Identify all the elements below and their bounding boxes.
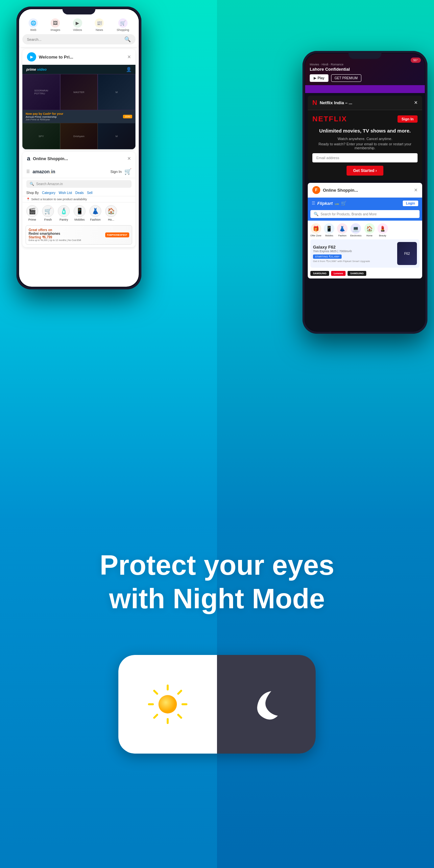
premium-label: GET PREMIUM — [335, 76, 358, 80]
amazon-cat-home[interactable]: 🏠 Ho... — [105, 205, 117, 221]
flipkart-price: STARTING ₹21,499* — [315, 255, 340, 258]
search-bar[interactable]: 🔍 — [22, 34, 135, 44]
amazon-logo: amazon.in — [33, 169, 55, 175]
nav-videos[interactable]: ▶ Videos — [73, 19, 82, 32]
right-phone-notch — [348, 51, 381, 59]
nav-web[interactable]: 🌐 Web — [29, 19, 38, 32]
flipkart-search-placeholder: Search for Products, Brands and More — [320, 212, 377, 216]
left-phone: 🌐 Web 🖼 Images ▶ Videos 📰 News — [17, 7, 142, 289]
flipkart-cat-home[interactable]: 🏠 Home — [364, 223, 375, 237]
videos-icon: ▶ — [73, 19, 82, 28]
flipkart-cat-offerzone[interactable]: 🎁 Offer Zone — [310, 223, 321, 237]
flipkart-search-bar[interactable]: 🔍 Search for Products, Brands and More — [310, 210, 420, 218]
amazon-search-bar[interactable]: 🔍 Search Amazon.in — [26, 180, 131, 188]
lahore-premium-button[interactable]: GET PREMIUM — [331, 74, 361, 82]
amazon-cat-pantry[interactable]: 🧴 Pantry — [58, 205, 70, 221]
flipkart-login-button[interactable]: Login — [403, 200, 418, 206]
amazon-close-button[interactable]: × — [127, 155, 131, 162]
headline-line2: with Night Mode — [109, 583, 325, 614]
amazon-cat-mobiles[interactable]: 📱 Mobiles — [74, 205, 86, 221]
amazon-cat-fashion[interactable]: 👗 Fashion — [89, 205, 101, 221]
amazon-card-title: Online Shoppin... — [33, 156, 68, 161]
nav-news[interactable]: 📰 News — [95, 19, 104, 32]
netflix-get-started-label: Get Started › — [353, 168, 377, 173]
netflix-cta-area: Get Started › — [312, 166, 417, 176]
movie-poster-6: M — [98, 123, 135, 149]
prime-logo-bar: prime video 👤 — [22, 65, 135, 74]
flipkart-cat-mobiles[interactable]: 📱 Mobiles — [324, 223, 334, 237]
flipkart-close-button[interactable]: × — [414, 187, 417, 194]
svg-line-7 — [154, 715, 157, 718]
moon-icon — [248, 686, 284, 722]
flipkart-product-specs: 7nm Exynos 9825 | 7000mAh — [313, 250, 397, 253]
left-phone-notch — [62, 7, 95, 14]
netflix-card-content: NETFLIX Sign In Unlimited movies, TV sho… — [308, 110, 422, 180]
nav-images[interactable]: 🖼 Images — [51, 19, 61, 32]
right-phone-shell: Movies · Hindi · Romance Lahore Confiden… — [303, 51, 427, 334]
play-icon: ▶ — [314, 76, 316, 80]
home-label: Home — [366, 235, 373, 237]
beauty-icon: 💄 — [377, 223, 388, 234]
netflix-get-started-button[interactable]: Get Started › — [346, 166, 383, 176]
netflix-close-button[interactable]: × — [414, 99, 417, 106]
netflix-card-title-area: N Netflix India – ... — [312, 99, 352, 106]
netflix-card-title: Netflix India – ... — [319, 100, 352, 105]
nav-images-label: Images — [51, 28, 61, 32]
amazon-wishlist[interactable]: Wish List — [59, 191, 72, 195]
amazon-banner-text: Great offers on Redmi smartphones Starti… — [29, 228, 102, 242]
netflix-signin-button[interactable]: Sign In — [398, 115, 417, 123]
left-phone-shell: 🌐 Web 🖼 Images ▶ Videos 📰 News — [17, 7, 142, 289]
amazon-location-icon: 📍 — [26, 197, 30, 201]
amazon-cart-icon[interactable]: 🛒 — [124, 168, 131, 175]
flipkart-product-name: Galaxy F62 — [313, 245, 397, 250]
flipkart-logo: Flipkart — [317, 201, 333, 206]
prime-user-icon: 👤 — [126, 67, 131, 72]
offerzone-icon: 🎁 — [311, 223, 321, 234]
pantry-cat-label: Pantry — [60, 218, 68, 221]
prime-play-icon: ▶ — [27, 52, 36, 61]
amazon-sell[interactable]: Sell — [87, 191, 93, 195]
search-area: 🌐 Web 🖼 Images ▶ Videos 📰 News — [19, 9, 139, 47]
right-phone: Movies · Hindi · Romance Lahore Confiden… — [303, 51, 427, 334]
netflix-email-input[interactable]: Email address — [312, 153, 417, 162]
amazon-card-header: a Online Shoppin... × — [22, 152, 135, 165]
flipkart-card-header: F Online Shoppin... × — [308, 183, 422, 197]
beauty-label: Beauty — [379, 235, 386, 237]
amazon-signin[interactable]: Sign In — [111, 169, 122, 174]
nav-icons-bar: 🌐 Web 🖼 Images ▶ Videos 📰 News — [22, 19, 135, 32]
netflix-logo-row: NETFLIX Sign In — [312, 115, 417, 123]
flipkart-cat-fashion[interactable]: 👗 Fashion — [337, 223, 347, 237]
flipkart-card-title-area: F Online Shoppin... — [312, 186, 358, 194]
movie-poster-3: M — [98, 74, 135, 110]
day-mode-icon-box[interactable] — [118, 655, 217, 753]
amazon-cat-prime[interactable]: 🎬 Prime — [26, 205, 38, 221]
flipkart-product-sub: Get it from ₹14,998* with Flipkart Smart… — [313, 260, 397, 263]
news-icon: 📰 — [95, 19, 104, 28]
prime-offer-banner: Now pay by Cash* for your Annual Prime m… — [22, 110, 135, 123]
nav-shopping[interactable]: 🛒 Shopping — [117, 19, 129, 32]
netflix-email-placeholder: Email address — [316, 156, 339, 160]
prime-card-header-left: ▶ Welcome to Pri... — [27, 52, 73, 61]
brand-samsung-2: SAMSUNG — [347, 271, 366, 276]
flipkart-logo-text: Flipkart Lite — [317, 200, 339, 206]
amazon-a-icon: a — [27, 155, 30, 162]
movie-poster-1: SOORARAIPOTTRU — [22, 74, 60, 110]
amazon-deals[interactable]: Deals — [75, 191, 84, 195]
flipkart-brands-row: SAMSUNG Lenovo SAMSUNG — [308, 270, 422, 278]
amazon-category[interactable]: Category — [42, 191, 56, 195]
amazon-cat-fresh[interactable]: 🛒 Fresh — [42, 205, 54, 221]
svg-line-4 — [154, 691, 157, 694]
flipkart-cat-electronics[interactable]: 💻 Electronics — [350, 223, 361, 237]
amazon-search-placeholder: Search Amazon.in — [36, 182, 63, 186]
night-mode-icon-box[interactable] — [217, 655, 316, 753]
nav-shopping-label: Shopping — [117, 28, 129, 32]
amazon-card-header-left: a Online Shoppin... — [27, 155, 68, 162]
prime-close-button[interactable]: × — [127, 54, 131, 61]
lahore-badge: 50⁺ — [411, 58, 421, 63]
fashion-cat-icon: 👗 — [89, 205, 101, 217]
search-input[interactable] — [27, 37, 124, 41]
flipkart-cat-beauty[interactable]: 💄 Beauty — [377, 223, 388, 237]
lahore-play-button[interactable]: ▶ Play — [310, 74, 329, 82]
amazon-shop-by: Shop By Category Wish List Deals Sell — [22, 190, 135, 196]
amazon-categories-row: 🎬 Prime 🛒 Fresh 🧴 Pantry 📱 Mobiles — [22, 203, 135, 224]
